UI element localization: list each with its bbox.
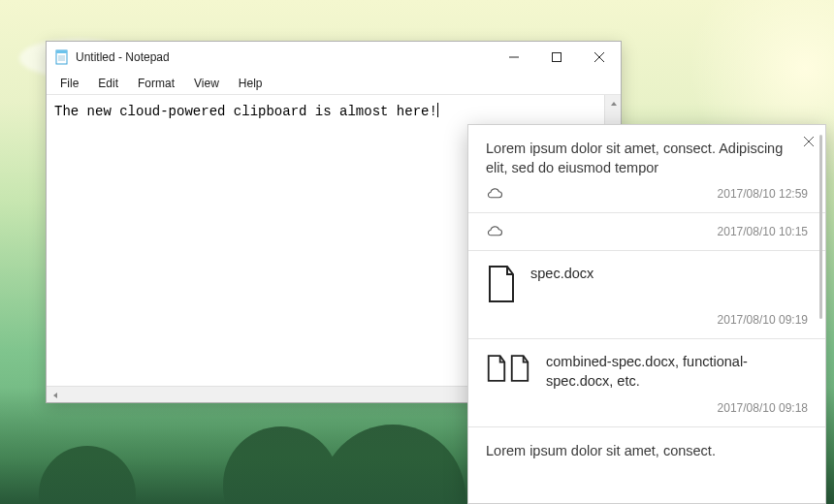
svg-rect-6 — [553, 53, 561, 62]
svg-marker-15 — [512, 356, 529, 381]
clipboard-item-timestamp: 2017/08/10 12:59 — [718, 187, 808, 201]
menu-view[interactable]: View — [186, 75, 227, 92]
clipboard-item-text: Lorem ipsum dolor sit amet, consect. Adi… — [486, 139, 808, 177]
clipboard-item-text: Lorem ipsum dolor sit amet, consect. — [486, 441, 808, 460]
close-icon — [804, 137, 814, 146]
clipboard-item[interactable]: Lorem ipsum dolor sit amet, consect. — [468, 427, 825, 470]
close-icon — [594, 52, 604, 62]
cloud-icon — [486, 188, 503, 200]
titlebar[interactable]: Untitled - Notepad — [47, 42, 621, 73]
clipboard-item-timestamp: 2017/08/10 10:15 — [718, 225, 808, 238]
clipboard-item[interactable]: 2017/08/10 10:15 — [468, 213, 825, 251]
clipboard-list: Lorem ipsum dolor sit amet, consect. Adi… — [468, 125, 825, 470]
maximize-button[interactable] — [535, 42, 578, 73]
text-caret — [437, 103, 438, 117]
menu-help[interactable]: Help — [231, 75, 271, 92]
clipboard-flyout: Lorem ipsum dolor sit amet, consect. Adi… — [467, 124, 826, 504]
clipboard-item-timestamp: 2017/08/10 09:18 — [718, 401, 808, 415]
minimize-button[interactable] — [493, 42, 535, 73]
scroll-up-arrow-icon[interactable] — [605, 95, 622, 111]
desktop-wallpaper: Untitled - Notepad File Edit Format View… — [0, 0, 834, 504]
close-button[interactable] — [578, 42, 621, 73]
clipboard-scrollbar[interactable] — [819, 135, 822, 319]
menu-format[interactable]: Format — [130, 75, 182, 92]
clipboard-item-filename: combined-spec.docx, functional-spec.docx… — [546, 353, 808, 391]
clipboard-close-button[interactable] — [798, 131, 819, 152]
svg-marker-9 — [611, 102, 617, 106]
menu-edit[interactable]: Edit — [90, 75, 126, 92]
clipboard-item[interactable]: combined-spec.docx, functional-spec.docx… — [468, 339, 825, 427]
svg-marker-13 — [490, 267, 513, 301]
cloud-icon — [486, 226, 503, 237]
clipboard-item[interactable]: spec.docx 2017/08/10 09:19 — [468, 251, 825, 339]
svg-rect-1 — [56, 50, 67, 53]
notepad-app-icon — [54, 49, 70, 65]
scroll-left-arrow-icon[interactable] — [47, 387, 63, 403]
clipboard-item-filename: spec.docx — [530, 265, 593, 284]
documents-icon — [486, 353, 532, 392]
document-icon — [486, 265, 517, 303]
minimize-icon — [509, 52, 519, 62]
clipboard-item[interactable]: Lorem ipsum dolor sit amet, consect. Adi… — [468, 125, 825, 213]
editor-content: The new cloud-powered clipboard is almos… — [54, 104, 437, 119]
window-title: Untitled - Notepad — [76, 50, 170, 64]
svg-marker-14 — [489, 356, 505, 381]
menubar: File Edit Format View Help — [47, 73, 621, 94]
svg-marker-10 — [53, 393, 57, 398]
maximize-icon — [552, 52, 561, 62]
clipboard-item-timestamp: 2017/08/10 09:19 — [718, 313, 808, 327]
menu-file[interactable]: File — [52, 75, 86, 92]
